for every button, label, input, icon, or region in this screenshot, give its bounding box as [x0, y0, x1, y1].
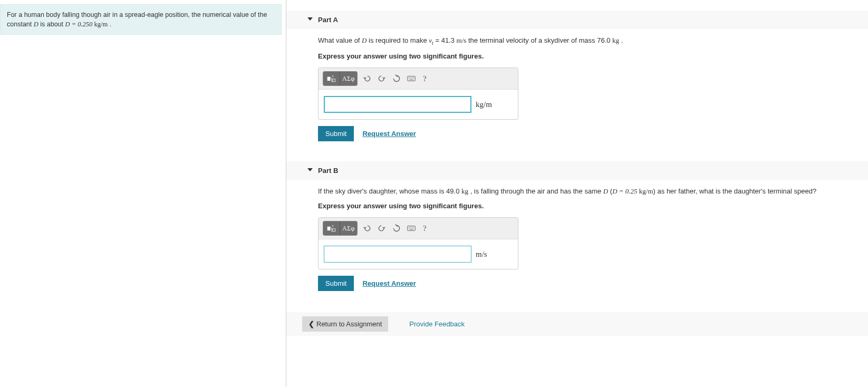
part-a-submit-button[interactable]: Submit	[318, 126, 354, 141]
prompt-unit: kg/m	[639, 187, 653, 195]
part-b-request-answer-link[interactable]: Request Answer	[362, 279, 416, 287]
part-b: Part B If the sky diver's daughter, whos…	[286, 161, 868, 301]
svg-text:x: x	[332, 225, 333, 228]
collapse-triangle-icon	[307, 168, 313, 171]
part-a-instructions: Express your answer using two significan…	[318, 52, 868, 60]
help-button[interactable]: ?	[421, 74, 429, 83]
redo-button[interactable]	[377, 223, 387, 234]
format-button-group: x ΑΣφ	[323, 71, 358, 86]
undo-button[interactable]	[362, 73, 372, 84]
part-a-header[interactable]: Part A	[286, 11, 868, 29]
part-a-answer-box: x ΑΣφ	[318, 67, 518, 120]
chevron-left-icon: ❮	[308, 320, 314, 328]
answer-toolbar: x ΑΣφ	[319, 68, 518, 90]
return-label: Return to Assignment	[316, 320, 382, 328]
prompt-text: is required to make	[367, 36, 429, 44]
redo-button[interactable]	[377, 73, 387, 84]
prompt-text: (	[608, 187, 612, 195]
svg-rect-13	[327, 227, 330, 231]
collapse-triangle-icon	[307, 17, 313, 21]
part-b-submit-button[interactable]: Submit	[318, 276, 354, 291]
svg-rect-2	[332, 79, 335, 82]
part-a-prompt: What value of D is required to make vt =…	[318, 35, 868, 47]
keyboard-button[interactable]	[406, 73, 417, 84]
prompt-text: What value of	[318, 36, 362, 44]
prompt-var: D	[603, 187, 608, 195]
prompt-unit: kg	[461, 187, 468, 195]
prompt-var: D	[362, 36, 367, 44]
part-b-header[interactable]: Part B	[286, 161, 868, 180]
template-picker-button[interactable]: x	[323, 221, 340, 235]
part-b-instructions: Express your answer using two significan…	[318, 202, 868, 210]
part-b-prompt: If the sky diver's daughter, whose mass …	[318, 186, 868, 197]
prompt-text: .	[619, 36, 623, 44]
problem-info-column: For a human body falling though air in a…	[0, 0, 286, 387]
info-text: .	[108, 21, 111, 28]
reset-button[interactable]	[391, 73, 402, 84]
info-text: is about	[38, 21, 65, 28]
format-button-group: x ΑΣφ	[323, 221, 358, 236]
part-b-answer-box: x ΑΣφ	[318, 217, 518, 269]
info-units: kg/m	[94, 21, 108, 28]
prompt-unit: kg	[612, 36, 619, 44]
prompt-equation: D = 0.25	[612, 187, 639, 195]
svg-rect-15	[332, 229, 335, 231]
part-b-answer-input[interactable]	[324, 246, 471, 263]
prompt-unit: m/s	[457, 36, 467, 44]
prompt-text: ) as her father, what is the daughter's …	[653, 187, 817, 195]
footer-bar: ❮ Return to Assignment Provide Feedback	[286, 312, 868, 336]
help-button[interactable]: ?	[421, 224, 429, 233]
template-picker-button[interactable]: x	[323, 72, 340, 85]
part-a-answer-input[interactable]	[324, 96, 471, 113]
reset-button[interactable]	[391, 223, 402, 234]
parts-column: Part A What value of D is required to ma…	[286, 0, 868, 387]
problem-statement-box: For a human body falling though air in a…	[0, 4, 282, 35]
prompt-text: = 41.3	[433, 36, 457, 44]
provide-feedback-link[interactable]: Provide Feedback	[409, 320, 465, 328]
keyboard-button[interactable]	[406, 223, 417, 234]
undo-button[interactable]	[362, 223, 372, 234]
part-a: Part A What value of D is required to ma…	[286, 11, 868, 151]
prompt-text: , is falling through the air and has the…	[468, 187, 603, 195]
greek-letters-button[interactable]: ΑΣφ	[340, 221, 357, 235]
svg-rect-0	[327, 77, 330, 81]
info-equation: D = 0.250	[65, 21, 94, 28]
prompt-text: the terminal velocity of a skydiver of m…	[466, 36, 612, 44]
greek-letters-button[interactable]: ΑΣφ	[340, 72, 357, 85]
part-a-request-answer-link[interactable]: Request Answer	[362, 130, 416, 138]
part-a-title: Part A	[318, 16, 338, 24]
info-var-D: D	[34, 21, 38, 28]
return-to-assignment-button[interactable]: ❮ Return to Assignment	[302, 316, 388, 332]
part-a-unit-label: kg/m	[476, 96, 492, 113]
svg-text:x: x	[332, 75, 333, 78]
part-b-unit-label: m/s	[476, 246, 487, 263]
prompt-text: If the sky diver's daughter, whose mass …	[318, 187, 461, 195]
part-b-title: Part B	[318, 167, 338, 175]
answer-toolbar: x ΑΣφ	[319, 218, 518, 239]
